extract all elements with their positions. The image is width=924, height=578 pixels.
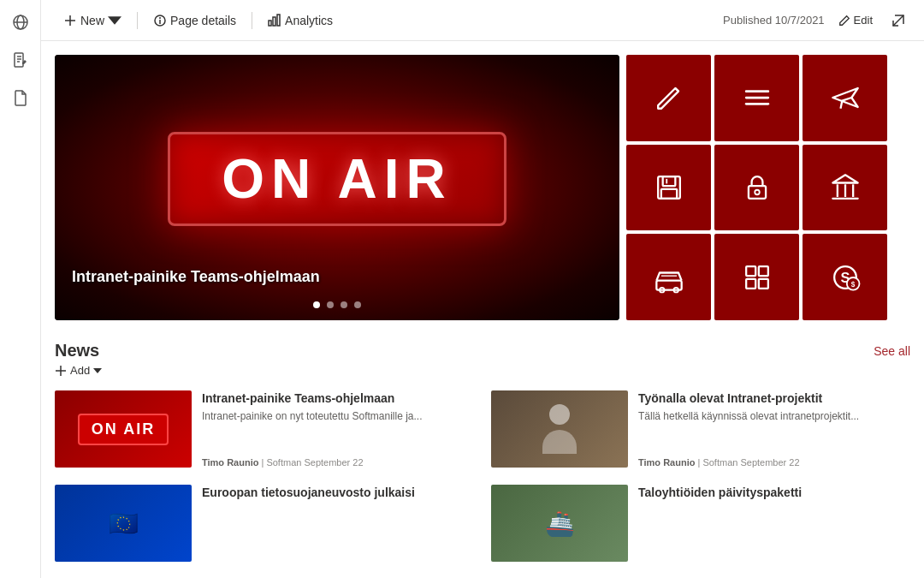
thumb-on-air-text: ON AIR <box>92 420 155 438</box>
see-all-link[interactable]: See all <box>874 344 910 358</box>
on-air-text: ON AIR <box>222 152 453 206</box>
page-details-label: Page details <box>170 14 236 27</box>
new-label: New <box>80 14 104 27</box>
news-org-2: Softman <box>702 457 737 468</box>
news-info-4: Taloyhtiöiden päivityspaketti <box>638 485 910 562</box>
svg-text:$: $ <box>850 281 855 289</box>
news-item-excerpt-1: Intranet-painike on nyt toteutettu Softm… <box>202 409 474 424</box>
on-air-sign: ON AIR <box>168 132 506 226</box>
news-thumb-1: ON AIR <box>55 390 192 468</box>
edit-button[interactable]: Edit <box>832 10 880 30</box>
svg-rect-36 <box>746 278 755 288</box>
carousel-caption: Intranet-painike Teams-ohjelmaan <box>72 268 602 286</box>
svg-rect-23 <box>748 186 765 199</box>
toolbar-divider2 <box>252 12 252 29</box>
news-author-2: Timo Raunio <box>638 457 695 468</box>
thumb-cargo-4: 🚢 <box>491 485 628 562</box>
news-item-4[interactable]: 🚢 Taloyhtiöiden päivityspaketti <box>491 485 910 562</box>
cargo-icon: 🚢 <box>545 509 575 538</box>
thumb-on-air-1: ON AIR <box>55 390 192 468</box>
svg-rect-12 <box>269 21 271 26</box>
page-content: ON AIR Intranet-painike Teams-ohjelmaan <box>41 41 924 578</box>
news-grid: ON AIR Intranet-painike Teams-ohjelmaan … <box>55 390 910 562</box>
news-header: News See all <box>55 341 910 361</box>
news-org-1: Softman <box>266 457 301 468</box>
svg-rect-35 <box>758 266 767 276</box>
add-label: Add <box>70 364 90 377</box>
news-info-2: Työnalla olevat Intranet-projektit Tällä… <box>638 390 910 468</box>
analytics-label: Analytics <box>285 14 333 27</box>
svg-rect-14 <box>277 15 280 26</box>
lock-tile[interactable] <box>714 145 799 231</box>
news-info-3: Euroopan tietosuojaneuvosto julkaisi <box>202 485 474 562</box>
toolbar: New Page details Analytics <box>41 0 924 41</box>
icon-grid: S $ <box>626 55 887 320</box>
sharepoint-tile[interactable]: S $ <box>803 234 887 320</box>
news-item-title-4: Taloyhtiöiden päivityspaketti <box>638 485 910 500</box>
thumb-on-air-sign: ON AIR <box>78 414 169 445</box>
carousel-dots <box>313 301 361 308</box>
svg-rect-37 <box>758 278 767 288</box>
save-tile[interactable] <box>626 145 711 231</box>
new-button[interactable]: New <box>55 9 130 33</box>
news-thumb-4: 🚢 <box>491 485 628 562</box>
analytics-button[interactable]: Analytics <box>259 9 341 33</box>
svg-marker-25 <box>832 175 857 182</box>
news-item-1[interactable]: ON AIR Intranet-painike Teams-ohjelmaan … <box>55 390 474 468</box>
dot-1[interactable] <box>313 301 320 308</box>
news-item-title-3: Euroopan tietosuojaneuvosto julkaisi <box>202 485 474 500</box>
news-author-1: Timo Raunio <box>202 457 258 468</box>
svg-rect-34 <box>746 266 755 276</box>
news-date-val-2: September 22 <box>740 457 799 468</box>
pencil-tile[interactable] <box>626 55 711 141</box>
svg-point-10 <box>159 17 161 19</box>
news-date-val-1: September 22 <box>304 457 363 468</box>
thumb-eu-3: 🇪🇺 <box>55 485 192 562</box>
add-bar[interactable]: Add <box>55 364 910 377</box>
dot-3[interactable] <box>341 301 347 308</box>
news-section: News See all Add ON AIR <box>41 320 924 575</box>
news-item-excerpt-2: Tällä hetkellä käynnissä olevat intranet… <box>638 409 910 424</box>
toolbar-divider <box>137 12 138 29</box>
edit-doc-icon[interactable] <box>5 45 36 75</box>
svg-rect-21 <box>660 189 676 199</box>
sidebar <box>0 0 41 578</box>
dot-2[interactable] <box>327 301 334 308</box>
news-item-title-2: Työnalla olevat Intranet-projektit <box>638 390 910 406</box>
page-details-button[interactable]: Page details <box>145 9 245 33</box>
hero-section: ON AIR Intranet-painike Teams-ohjelmaan <box>41 41 924 320</box>
plane-tile[interactable] <box>803 55 887 141</box>
news-item-meta-2: Timo Raunio | Softman September 22 <box>638 457 910 468</box>
news-item-title-1: Intranet-painike Teams-ohjelmaan <box>202 390 474 406</box>
main-content: New Page details Analytics <box>41 0 924 578</box>
news-title: News <box>55 341 99 361</box>
hero-carousel[interactable]: ON AIR Intranet-painike Teams-ohjelmaan <box>55 55 619 320</box>
news-info-1: Intranet-painike Teams-ohjelmaan Intrane… <box>202 390 474 468</box>
car-tile[interactable] <box>626 234 711 320</box>
globe-icon[interactable] <box>5 7 36 38</box>
windows-tile[interactable] <box>714 234 799 320</box>
thumb-person-2 <box>491 390 628 468</box>
eu-flag-icon: 🇪🇺 <box>109 509 139 538</box>
lines-tile[interactable] <box>714 55 799 141</box>
dot-4[interactable] <box>354 301 361 308</box>
svg-rect-13 <box>273 17 275 26</box>
toolbar-right: Published 10/7/2021 Edit <box>723 9 910 33</box>
bank-tile[interactable] <box>803 145 887 231</box>
toolbar-left: New Page details Analytics <box>55 9 720 33</box>
svg-rect-3 <box>15 53 23 67</box>
news-item-meta-1: Timo Raunio | Softman September 22 <box>202 457 474 468</box>
edit-label: Edit <box>854 14 873 27</box>
news-thumb-3: 🇪🇺 <box>55 485 192 562</box>
news-item-2[interactable]: Työnalla olevat Intranet-projektit Tällä… <box>491 390 910 468</box>
published-text: Published 10/7/2021 <box>723 14 825 27</box>
news-item-3[interactable]: 🇪🇺 Euroopan tietosuojaneuvosto julkaisi <box>55 485 474 562</box>
expand-button[interactable] <box>886 9 910 33</box>
file-icon[interactable] <box>5 82 36 113</box>
news-thumb-2 <box>491 390 628 468</box>
svg-rect-20 <box>662 176 675 186</box>
svg-point-24 <box>755 190 760 195</box>
